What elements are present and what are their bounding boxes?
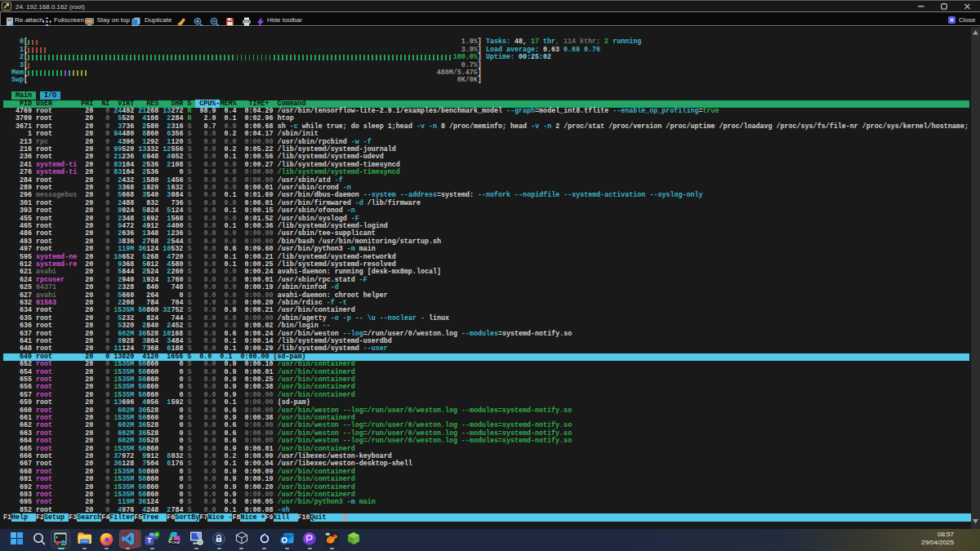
svg-text:PCHA: PCHA [169, 540, 180, 544]
svg-text:T: T [147, 536, 152, 544]
